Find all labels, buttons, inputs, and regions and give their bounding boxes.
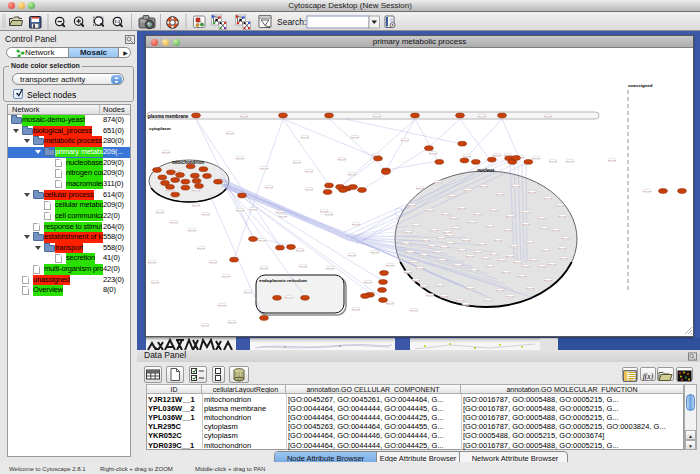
svg-text:Sxh-kd: Sxh-kd: [544, 279, 552, 282]
svg-text:Sxh-kd: Sxh-kd: [305, 188, 313, 191]
svg-text:Sxh-kd: Sxh-kd: [209, 261, 217, 264]
svg-text:Sxh-kd: Sxh-kd: [542, 249, 550, 252]
svg-text:Sxh-kd: Sxh-kd: [437, 237, 445, 240]
svg-text:Sxh-kd: Sxh-kd: [560, 257, 568, 260]
svg-text:Sxh-kd: Sxh-kd: [486, 265, 494, 268]
svg-text:Sxh-kd: Sxh-kd: [352, 223, 360, 226]
svg-text:Sxh-kd: Sxh-kd: [506, 215, 514, 218]
svg-text:Sxh-kd: Sxh-kd: [156, 211, 164, 214]
svg-text:Sxh-kd: Sxh-kd: [454, 264, 462, 267]
svg-text:Sxh-kd: Sxh-kd: [538, 217, 546, 220]
svg-text:Sxh-kd: Sxh-kd: [443, 231, 451, 234]
svg-text:Sxh-kd: Sxh-kd: [458, 249, 466, 252]
svg-text:Sxh-kd: Sxh-kd: [386, 302, 394, 305]
svg-text:Sxh-kd: Sxh-kd: [526, 241, 534, 244]
svg-text:Sxh-kd: Sxh-kd: [260, 167, 268, 170]
svg-text:Sxh-kd: Sxh-kd: [226, 132, 234, 135]
svg-text:Sxh-kd: Sxh-kd: [490, 209, 498, 212]
svg-text:Sxh-kd: Sxh-kd: [428, 245, 436, 248]
svg-text:Sxh-kd: Sxh-kd: [386, 264, 394, 267]
svg-text:Sxh-kd: Sxh-kd: [643, 190, 651, 193]
svg-text:Sxh-kd: Sxh-kd: [562, 237, 570, 240]
svg-text:Sxh-kd: Sxh-kd: [480, 185, 488, 188]
svg-text:Sxh-kd: Sxh-kd: [548, 263, 556, 266]
svg-text:Sxh-kd: Sxh-kd: [351, 136, 359, 139]
svg-text:Sxh-kd: Sxh-kd: [371, 251, 379, 254]
svg-text:Sxh-kd: Sxh-kd: [496, 289, 504, 292]
svg-text:Sxh-kd: Sxh-kd: [279, 215, 287, 218]
svg-text:Sxh-kd: Sxh-kd: [325, 213, 333, 216]
svg-text:Search:: Search:: [277, 17, 306, 27]
svg-text:Sxh-kd: Sxh-kd: [222, 275, 230, 278]
svg-text:Sxh-kd: Sxh-kd: [258, 239, 266, 242]
svg-text:Sxh-kd: Sxh-kd: [566, 160, 574, 163]
svg-text:Sxh-kd: Sxh-kd: [510, 245, 518, 248]
svg-text:Sxh-kd: Sxh-kd: [293, 161, 301, 164]
svg-text:Sxh-kd: Sxh-kd: [429, 152, 437, 155]
svg-text:Sxh-kd: Sxh-kd: [338, 158, 346, 161]
svg-text:Sxh-kd: Sxh-kd: [412, 279, 420, 282]
svg-text:Sxh-kd: Sxh-kd: [544, 115, 552, 118]
svg-text:Sxh-kd: Sxh-kd: [438, 259, 446, 262]
svg-text:Sxh-kd: Sxh-kd: [404, 271, 412, 274]
svg-text:Sxh-kd: Sxh-kd: [426, 294, 434, 297]
svg-text:Sxh-kd: Sxh-kd: [502, 271, 510, 274]
svg-text:Sxh-kd: Sxh-kd: [218, 304, 226, 307]
svg-text:Sxh-kd: Sxh-kd: [426, 209, 434, 212]
svg-text:Sxh-kd: Sxh-kd: [522, 265, 530, 268]
svg-text:Sxh-kd: Sxh-kd: [364, 281, 372, 284]
svg-text:Sxh-kd: Sxh-kd: [401, 139, 409, 142]
svg-text:Sxh-kd: Sxh-kd: [463, 155, 471, 158]
svg-text:Sxh-kd: Sxh-kd: [506, 295, 514, 298]
svg-text:Sxh-kd: Sxh-kd: [326, 267, 334, 270]
svg-text:Sxh-kd: Sxh-kd: [436, 284, 444, 287]
svg-text:nucleus: nucleus: [477, 168, 495, 173]
svg-text:Sxh-kd: Sxh-kd: [518, 275, 526, 278]
svg-text:unassigned: unassigned: [628, 83, 653, 88]
svg-text:Sxh-kd: Sxh-kd: [532, 157, 540, 160]
svg-text:Sxh-kd: Sxh-kd: [301, 136, 309, 139]
svg-text:Sxh-kd: Sxh-kd: [434, 251, 442, 254]
svg-text:plasma membrane: plasma membrane: [148, 114, 189, 119]
svg-text:Sxh-kd: Sxh-kd: [446, 242, 454, 245]
svg-text:Sxh-kd: Sxh-kd: [522, 223, 530, 226]
svg-text:Sxh-kd: Sxh-kd: [442, 213, 450, 216]
svg-text:Sxh-kd: Sxh-kd: [552, 229, 560, 232]
svg-text:Sxh-kd: Sxh-kd: [462, 239, 470, 242]
svg-text:Sxh-kd: Sxh-kd: [434, 181, 442, 184]
svg-text:Sxh-kd: Sxh-kd: [299, 265, 307, 268]
svg-text:Sxh-kd: Sxh-kd: [197, 247, 205, 250]
svg-text:Sxh-kd: Sxh-kd: [265, 186, 273, 189]
svg-text:Sxh-kd: Sxh-kd: [470, 269, 478, 272]
svg-text:1:1: 1:1: [114, 19, 121, 24]
svg-text:Sxh-kd: Sxh-kd: [249, 208, 257, 211]
svg-text:Sxh-kd: Sxh-kd: [530, 259, 538, 262]
svg-text:Sxh-kd: Sxh-kd: [558, 215, 566, 218]
svg-text:Sxh-kd: Sxh-kd: [305, 170, 313, 173]
svg-text:Sxh-kd: Sxh-kd: [352, 308, 360, 311]
svg-text:Sxh-kd: Sxh-kd: [440, 246, 448, 249]
svg-text:Sxh-kd: Sxh-kd: [406, 251, 414, 254]
svg-text:Sxh-kd: Sxh-kd: [404, 231, 412, 234]
svg-text:Sxh-kd: Sxh-kd: [285, 296, 293, 299]
svg-text:Sxh-kd: Sxh-kd: [188, 229, 196, 232]
svg-text:Sxh-kd: Sxh-kd: [498, 259, 506, 262]
svg-text:Sxh-kd: Sxh-kd: [484, 299, 492, 302]
svg-text:Sxh-kd: Sxh-kd: [296, 249, 304, 252]
svg-text:Sxh-kd: Sxh-kd: [412, 224, 420, 227]
svg-text:Sxh-kd: Sxh-kd: [544, 197, 552, 200]
svg-text:Sxh-kd: Sxh-kd: [538, 265, 546, 268]
svg-text:Sxh-kd: Sxh-kd: [456, 299, 464, 302]
svg-text:Sxh-kd: Sxh-kd: [540, 227, 548, 230]
svg-text:endoplasmic reticulum: endoplasmic reticulum: [259, 278, 307, 283]
svg-text:Sxh-kd: Sxh-kd: [402, 242, 410, 245]
svg-text:Sxh-kd: Sxh-kd: [474, 251, 482, 254]
svg-text:Sxh-kd: Sxh-kd: [192, 204, 200, 207]
svg-text:Sxh-kd: Sxh-kd: [348, 254, 356, 257]
svg-text:Sxh-kd: Sxh-kd: [151, 281, 159, 284]
svg-text:Sxh-kd: Sxh-kd: [373, 115, 381, 118]
svg-text:Sxh-kd: Sxh-kd: [201, 324, 209, 327]
svg-text:Sxh-kd: Sxh-kd: [464, 189, 472, 192]
svg-text:Sxh-kd: Sxh-kd: [493, 154, 501, 157]
svg-text:Sxh-kd: Sxh-kd: [410, 309, 418, 312]
